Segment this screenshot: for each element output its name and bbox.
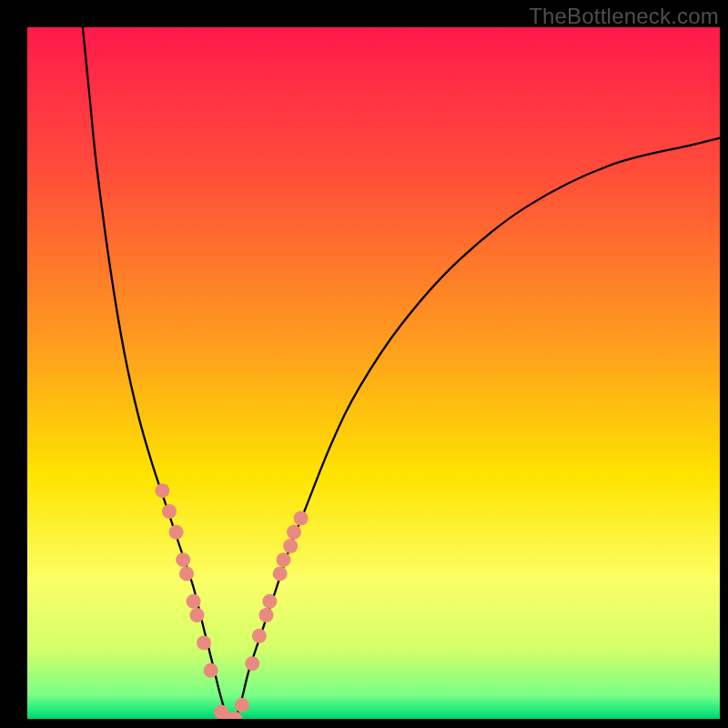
data-marker (204, 663, 218, 678)
data-marker (283, 539, 298, 553)
data-marker (179, 566, 194, 581)
data-marker (273, 566, 288, 581)
data-marker (155, 483, 169, 498)
chart-background-gradient (27, 27, 720, 719)
data-marker (162, 504, 177, 519)
data-marker (259, 608, 274, 622)
data-marker (228, 712, 242, 726)
data-marker (197, 635, 211, 650)
data-marker (245, 656, 259, 671)
bottleneck-chart (0, 0, 728, 728)
data-marker (294, 511, 308, 526)
data-marker (169, 525, 184, 540)
data-marker (252, 629, 267, 643)
data-marker (187, 594, 201, 609)
watermark-text: TheBottleneck.com (529, 4, 719, 29)
data-marker (176, 552, 190, 567)
data-marker (189, 608, 204, 622)
chart-frame: TheBottleneck.com (0, 0, 728, 728)
data-marker (262, 594, 277, 609)
data-marker (277, 552, 291, 567)
data-marker (287, 525, 301, 540)
data-marker (235, 698, 249, 713)
